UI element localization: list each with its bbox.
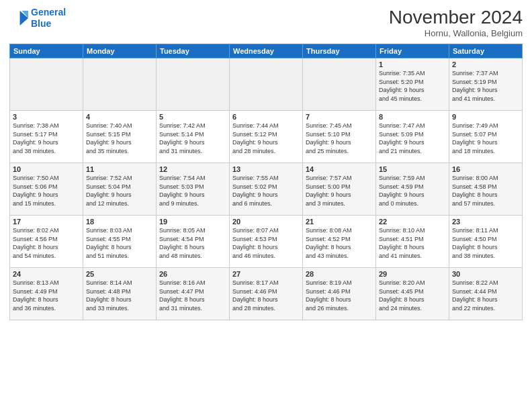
calendar-cell: 14Sunrise: 7:57 AM Sunset: 5:00 PM Dayli… — [303, 163, 376, 216]
day-info: Sunrise: 7:57 AM Sunset: 5:00 PM Dayligh… — [306, 174, 373, 208]
calendar-cell: 2Sunrise: 7:37 AM Sunset: 5:19 PM Daylig… — [449, 58, 523, 111]
calendar-cell — [230, 58, 303, 111]
day-number: 15 — [379, 165, 446, 173]
calendar-cell: 20Sunrise: 8:07 AM Sunset: 4:53 PM Dayli… — [230, 216, 303, 268]
logo: General Blue — [9, 7, 66, 30]
day-info: Sunrise: 8:00 AM Sunset: 4:58 PM Dayligh… — [452, 174, 519, 208]
day-info: Sunrise: 8:13 AM Sunset: 4:49 PM Dayligh… — [13, 279, 80, 312]
day-number: 19 — [159, 218, 226, 226]
title-block: November 2024 Hornu, Wallonia, Belgium — [389, 7, 523, 38]
day-number: 22 — [379, 218, 446, 226]
day-info: Sunrise: 7:59 AM Sunset: 4:59 PM Dayligh… — [379, 174, 446, 208]
day-number: 23 — [452, 218, 519, 226]
calendar-cell: 5Sunrise: 7:42 AM Sunset: 5:14 PM Daylig… — [157, 111, 230, 163]
day-number: 28 — [306, 270, 373, 278]
day-info: Sunrise: 8:22 AM Sunset: 4:44 PM Dayligh… — [452, 279, 519, 312]
calendar-cell: 10Sunrise: 7:50 AM Sunset: 5:06 PM Dayli… — [10, 163, 83, 216]
day-number: 7 — [306, 113, 373, 121]
calendar-cell: 12Sunrise: 7:54 AM Sunset: 5:03 PM Dayli… — [157, 163, 230, 216]
day-info: Sunrise: 8:20 AM Sunset: 4:45 PM Dayligh… — [379, 279, 446, 312]
calendar-week-5: 24Sunrise: 8:13 AM Sunset: 4:49 PM Dayli… — [10, 268, 523, 320]
day-info: Sunrise: 7:44 AM Sunset: 5:12 PM Dayligh… — [232, 122, 300, 155]
logo-icon — [9, 9, 28, 28]
day-info: Sunrise: 7:50 AM Sunset: 5:06 PM Dayligh… — [13, 174, 80, 208]
calendar-cell: 11Sunrise: 7:52 AM Sunset: 5:04 PM Dayli… — [83, 163, 157, 216]
day-number: 20 — [232, 218, 300, 226]
calendar-cell — [83, 58, 157, 111]
day-number: 11 — [86, 165, 153, 173]
day-number: 27 — [232, 270, 300, 278]
day-info: Sunrise: 7:35 AM Sunset: 5:20 PM Dayligh… — [379, 69, 446, 103]
calendar-cell: 3Sunrise: 7:38 AM Sunset: 5:17 PM Daylig… — [10, 111, 83, 163]
calendar-cell: 26Sunrise: 8:16 AM Sunset: 4:47 PM Dayli… — [157, 268, 230, 320]
calendar-cell: 7Sunrise: 7:45 AM Sunset: 5:10 PM Daylig… — [303, 111, 376, 163]
day-info: Sunrise: 7:38 AM Sunset: 5:17 PM Dayligh… — [13, 122, 80, 155]
calendar-cell: 23Sunrise: 8:11 AM Sunset: 4:50 PM Dayli… — [449, 216, 523, 268]
day-number: 2 — [452, 60, 519, 68]
day-number: 26 — [159, 270, 226, 278]
calendar-header-sunday: Sunday — [10, 44, 83, 58]
calendar-header-monday: Monday — [83, 44, 157, 58]
calendar-cell — [303, 58, 376, 111]
day-info: Sunrise: 8:08 AM Sunset: 4:52 PM Dayligh… — [306, 226, 373, 260]
calendar-cell: 29Sunrise: 8:20 AM Sunset: 4:45 PM Dayli… — [376, 268, 449, 320]
day-number: 5 — [159, 113, 226, 121]
day-info: Sunrise: 7:42 AM Sunset: 5:14 PM Dayligh… — [159, 122, 226, 155]
day-number: 18 — [86, 218, 153, 226]
day-number: 14 — [306, 165, 373, 173]
calendar-cell: 30Sunrise: 8:22 AM Sunset: 4:44 PM Dayli… — [449, 268, 523, 320]
calendar-week-4: 17Sunrise: 8:02 AM Sunset: 4:56 PM Dayli… — [10, 216, 523, 268]
calendar-week-3: 10Sunrise: 7:50 AM Sunset: 5:06 PM Dayli… — [10, 163, 523, 216]
page: General Blue November 2024 Hornu, Wallon… — [0, 0, 532, 411]
day-number: 17 — [13, 218, 80, 226]
day-info: Sunrise: 8:02 AM Sunset: 4:56 PM Dayligh… — [13, 226, 80, 260]
day-info: Sunrise: 7:49 AM Sunset: 5:07 PM Dayligh… — [452, 122, 519, 155]
day-number: 10 — [13, 165, 80, 173]
day-info: Sunrise: 8:19 AM Sunset: 4:46 PM Dayligh… — [306, 279, 373, 312]
day-number: 30 — [452, 270, 519, 278]
calendar-cell: 4Sunrise: 7:40 AM Sunset: 5:15 PM Daylig… — [83, 111, 157, 163]
day-info: Sunrise: 7:47 AM Sunset: 5:09 PM Dayligh… — [379, 122, 446, 155]
calendar-cell: 28Sunrise: 8:19 AM Sunset: 4:46 PM Dayli… — [303, 268, 376, 320]
calendar-cell: 16Sunrise: 8:00 AM Sunset: 4:58 PM Dayli… — [449, 163, 523, 216]
calendar-header-friday: Friday — [376, 44, 449, 58]
day-number: 3 — [13, 113, 80, 121]
calendar-cell: 15Sunrise: 7:59 AM Sunset: 4:59 PM Dayli… — [376, 163, 449, 216]
day-number: 6 — [232, 113, 300, 121]
calendar: SundayMondayTuesdayWednesdayThursdayFrid… — [9, 44, 523, 320]
calendar-header-wednesday: Wednesday — [230, 44, 303, 58]
day-info: Sunrise: 7:37 AM Sunset: 5:19 PM Dayligh… — [452, 69, 519, 103]
day-info: Sunrise: 7:45 AM Sunset: 5:10 PM Dayligh… — [306, 122, 373, 155]
logo-text: General Blue — [31, 7, 66, 30]
day-number: 24 — [13, 270, 80, 278]
calendar-cell: 22Sunrise: 8:10 AM Sunset: 4:51 PM Dayli… — [376, 216, 449, 268]
calendar-cell: 19Sunrise: 8:05 AM Sunset: 4:54 PM Dayli… — [157, 216, 230, 268]
calendar-cell: 1Sunrise: 7:35 AM Sunset: 5:20 PM Daylig… — [376, 58, 449, 111]
day-info: Sunrise: 8:16 AM Sunset: 4:47 PM Dayligh… — [159, 279, 226, 312]
location: Hornu, Wallonia, Belgium — [389, 28, 523, 38]
day-number: 8 — [379, 113, 446, 121]
day-info: Sunrise: 8:07 AM Sunset: 4:53 PM Dayligh… — [232, 226, 300, 260]
calendar-cell: 13Sunrise: 7:55 AM Sunset: 5:02 PM Dayli… — [230, 163, 303, 216]
calendar-header-tuesday: Tuesday — [157, 44, 230, 58]
month-title: November 2024 — [389, 7, 523, 28]
day-info: Sunrise: 7:54 AM Sunset: 5:03 PM Dayligh… — [159, 174, 226, 208]
calendar-cell — [10, 58, 83, 111]
day-number: 29 — [379, 270, 446, 278]
calendar-week-2: 3Sunrise: 7:38 AM Sunset: 5:17 PM Daylig… — [10, 111, 523, 163]
calendar-cell: 27Sunrise: 8:17 AM Sunset: 4:46 PM Dayli… — [230, 268, 303, 320]
day-info: Sunrise: 8:17 AM Sunset: 4:46 PM Dayligh… — [232, 279, 300, 312]
calendar-week-1: 1Sunrise: 7:35 AM Sunset: 5:20 PM Daylig… — [10, 58, 523, 111]
logo-general: General — [31, 7, 66, 17]
day-number: 12 — [159, 165, 226, 173]
header: General Blue November 2024 Hornu, Wallon… — [9, 7, 523, 38]
day-info: Sunrise: 8:03 AM Sunset: 4:55 PM Dayligh… — [86, 226, 153, 260]
calendar-cell: 21Sunrise: 8:08 AM Sunset: 4:52 PM Dayli… — [303, 216, 376, 268]
calendar-cell — [157, 58, 230, 111]
day-info: Sunrise: 7:55 AM Sunset: 5:02 PM Dayligh… — [232, 174, 300, 208]
calendar-cell: 17Sunrise: 8:02 AM Sunset: 4:56 PM Dayli… — [10, 216, 83, 268]
day-number: 1 — [379, 60, 446, 68]
day-info: Sunrise: 8:11 AM Sunset: 4:50 PM Dayligh… — [452, 226, 519, 260]
day-info: Sunrise: 8:14 AM Sunset: 4:48 PM Dayligh… — [86, 279, 153, 312]
calendar-cell: 6Sunrise: 7:44 AM Sunset: 5:12 PM Daylig… — [230, 111, 303, 163]
